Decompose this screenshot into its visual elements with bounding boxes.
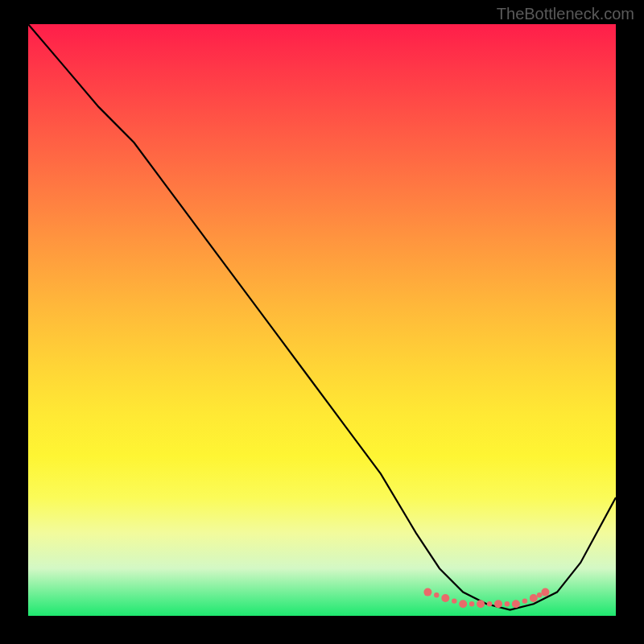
marker-dot — [541, 588, 549, 597]
marker-dot-small — [505, 601, 510, 606]
marker-dot — [459, 600, 467, 608]
marker-dot — [423, 588, 431, 597]
marker-dot-small — [452, 598, 456, 603]
marker-dot-small — [537, 592, 542, 597]
marker-dot-small — [469, 601, 474, 606]
marker-dot — [530, 594, 538, 602]
bottleneck-curve-path — [28, 24, 616, 610]
marker-dot — [477, 600, 485, 608]
marker-dot-small — [434, 592, 439, 597]
marker-dot — [512, 600, 520, 608]
marker-dot-small — [487, 601, 492, 606]
chart-plot-area — [28, 24, 616, 616]
marker-dot-small — [522, 598, 527, 603]
marker-dot — [494, 600, 502, 608]
watermark-text: TheBottleneck.com — [497, 5, 634, 23]
marker-dot — [441, 594, 449, 602]
chart-svg — [28, 24, 616, 616]
